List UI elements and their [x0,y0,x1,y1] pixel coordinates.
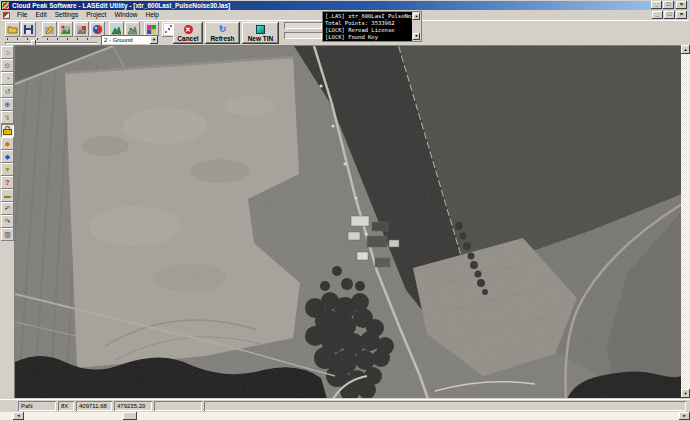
app-icon [2,2,9,9]
menu-project[interactable]: Project [82,10,110,20]
status-northing: 479235.20 [114,401,152,411]
application-window: { "window": { "title": "Cloud Peak Softw… [0,0,690,421]
menu-window[interactable]: Window [110,10,141,20]
cancel-icon: ✕ [184,25,193,34]
undo-icon[interactable]: ↶ [1,202,14,215]
status-empty-1 [154,401,202,411]
menu-file[interactable]: File [13,10,31,20]
scroll-left-icon[interactable]: ◄ [13,412,24,420]
log-line: Total Points: 3533962 [325,20,411,27]
menu-settings[interactable]: Settings [51,10,83,20]
mdi-close-button[interactable]: × [676,11,687,19]
menu-edit[interactable]: Edit [31,10,50,20]
filter-funnel-icon[interactable]: ▼ [1,163,14,176]
classification-value: 2 - Ground [104,37,133,43]
scroll-up-icon[interactable]: ▲ [413,13,420,20]
scroll-right-icon[interactable]: ► [679,412,690,420]
redo-icon[interactable]: ↷ [1,215,14,228]
move-point-blue-icon[interactable]: ◆ [1,150,14,163]
window-title: Cloud Peak Software - LASEdit Utility - … [12,2,230,9]
mdi-window-controls: _ □ × [652,11,689,19]
save-icon[interactable] [21,22,36,37]
side-toolbar: ○ ⊙ ◔ ↺ ⊕ ↯ ◆ ◆ ▼ ? ▬ ↶ ↷ ▥ [1,46,14,241]
status-mode: PaN [18,401,56,411]
horizontal-scrollbar[interactable]: ◄ ► [0,412,690,420]
fit-extents-icon[interactable]: ⊕ [1,98,14,111]
classify-green-icon[interactable] [58,22,73,37]
move-point-orange-icon[interactable]: ◆ [1,137,14,150]
chevron-down-icon[interactable]: ▼ [150,36,158,44]
scroll-down-icon[interactable]: ▼ [681,389,690,398]
progress-bar-top [284,22,322,29]
refresh-view-icon[interactable]: ↺ [1,85,14,98]
slider-ticks [7,38,95,40]
map-canvas[interactable] [14,45,681,398]
status-zoom: 8X [58,401,74,411]
profile-bars-icon[interactable]: ▥ [1,228,14,241]
classify-red-icon[interactable] [74,22,89,37]
open-file-icon[interactable] [5,22,20,37]
mdi-minimize-button[interactable]: _ [652,11,663,19]
scrollbar-thumb[interactable] [123,412,137,420]
log-line: [.LAS] xtr_600LasI_PulseNoise30.las [325,13,411,20]
status-easting: 409711.68 [76,401,112,411]
slider-groove [5,42,97,44]
window-close-button[interactable]: × [676,1,687,9]
status-empty-2 [204,401,686,411]
refresh-button[interactable]: ↻ Refresh [205,22,240,44]
edit-classify-icon[interactable] [42,22,57,37]
title-bar[interactable]: Cloud Peak Software - LASEdit Utility - … [1,1,689,10]
new-tin-icon [256,25,265,34]
scroll-up-icon[interactable]: ▲ [681,45,690,54]
new-tin-button[interactable]: New TIN [242,22,279,44]
select-circle-icon[interactable]: ○ [1,46,14,59]
cancel-button[interactable]: ✕ Cancel [173,22,203,44]
log-line: [LOCK] Reread License [325,27,411,34]
log-line: [LOCK] Found Key [325,34,411,41]
classify-strike-icon[interactable]: ↯ [1,111,14,124]
pan-hand-icon[interactable]: ◔ [1,72,14,85]
vertical-scrollbar[interactable]: ▲ ▼ [681,45,690,398]
aerial-photo [15,46,681,398]
status-bar: PaN 8X 409711.68 479235.20 [0,399,690,411]
refresh-icon: ↻ [219,25,227,34]
document-icon [3,12,10,19]
classification-dropdown[interactable]: 2 - Ground ▼ [101,35,159,45]
measure-icon[interactable]: ▬ [1,189,14,202]
lock-icon[interactable] [1,124,14,137]
help-query-icon[interactable]: ? [1,176,14,189]
mdi-restore-button[interactable]: □ [664,11,675,19]
menu-help[interactable]: Help [142,10,163,20]
window-restore-button[interactable]: □ [663,1,674,9]
log-panel: [.LAS] xtr_600LasI_PulseNoise30.las Tota… [322,11,422,42]
scroll-down-icon[interactable]: ▼ [413,33,420,40]
window-minimize-button[interactable]: _ [651,1,662,9]
zoom-window-icon[interactable]: ⊙ [1,59,14,72]
progress-bar-bottom [284,32,322,39]
log-scrollbar[interactable]: ▲ ▼ [412,12,421,41]
